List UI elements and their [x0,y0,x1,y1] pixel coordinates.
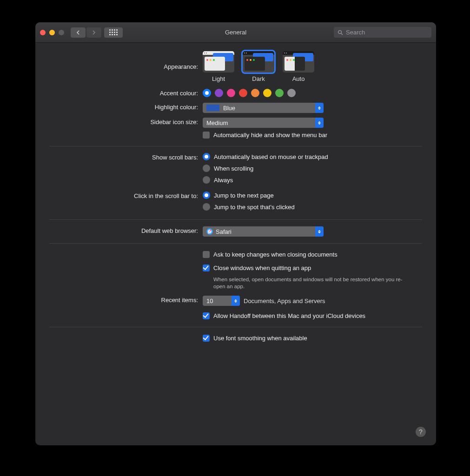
appearance-auto[interactable]: Auto [283,51,314,82]
accent-blue[interactable] [203,89,211,97]
help-button[interactable]: ? [416,427,426,437]
auto-hide-menubar-label: Automatically hide and show the menu bar [213,131,327,139]
appearance-options: Light Dark Auto [203,51,422,82]
click-scroll-spot-label: Jump to the spot that's clicked [214,204,295,211]
select-arrows-icon [315,103,324,113]
safari-icon [206,228,213,235]
forward-button [86,27,101,38]
svg-line-1 [341,33,343,35]
appearance-auto-thumb [283,51,314,73]
sidebar-icon-value: Medium [206,119,228,126]
scrollbars-auto-label: Automatically based on mouse or trackpad [214,153,328,160]
chevron-left-icon [76,30,80,35]
scrollbars-when-scrolling-label: When scrolling [214,165,253,172]
separator [49,327,422,327]
click-scroll-next-page[interactable]: Jump to the next page [203,192,422,199]
accent-orange[interactable] [251,89,259,97]
nav-buttons [71,27,101,38]
select-arrows-icon [232,296,240,306]
accent-yellow[interactable] [263,89,271,97]
browser-value: Safari [216,228,232,235]
checkbox-icon [203,264,210,271]
grid-icon [109,29,118,35]
show-all-button[interactable] [104,27,123,38]
accent-red[interactable] [239,89,247,97]
appearance-light[interactable]: Light [203,51,234,82]
select-arrows-icon [315,118,324,128]
checkbox-icon [203,251,210,258]
click-scroll-label: Click in the scroll bar to: [49,192,203,201]
radio-icon [203,192,210,199]
traffic-lights [40,30,64,35]
chevron-right-icon [92,30,96,35]
click-scroll-next-page-label: Jump to the next page [214,192,274,199]
checkbox-icon [203,132,210,139]
font-smoothing-checkbox[interactable]: Use font smoothing when available [203,334,422,343]
separator [49,243,422,244]
radio-icon [203,165,210,172]
highlight-value: Blue [223,105,235,112]
click-scroll-spot[interactable]: Jump to the spot that's clicked [203,203,422,211]
scrollbars-when-scrolling[interactable]: When scrolling [203,165,422,172]
close-windows-hint: When selected, open documents and window… [213,276,409,290]
checkbox-icon [203,312,210,319]
highlight-swatch-icon [206,105,219,111]
checkbox-icon [203,335,210,342]
select-arrows-icon [315,226,324,237]
ask-changes-label: Ask to keep changes when closing documen… [213,250,338,259]
separator [49,146,422,146]
handoff-label: Allow Handoff between this Mac and your … [213,311,365,320]
highlight-select[interactable]: Blue [203,103,324,113]
separator [49,219,422,220]
ask-changes-checkbox[interactable]: Ask to keep changes when closing documen… [203,250,422,259]
accent-swatches [203,89,422,97]
radio-icon [203,203,210,211]
close-windows-checkbox[interactable]: Close windows when quitting an app [203,264,422,272]
appearance-dark-label: Dark [252,75,265,82]
appearance-label: Appearance: [49,51,203,72]
radio-icon [203,153,210,160]
appearance-dark[interactable]: Dark [243,51,274,82]
preferences-window: General Search Appearance: Light [35,22,436,445]
search-field[interactable]: Search [334,27,431,38]
recent-suffix: Documents, Apps and Servers [244,298,325,304]
font-smoothing-label: Use font smoothing when available [213,334,307,343]
search-placeholder: Search [346,29,365,36]
scrollbars-auto[interactable]: Automatically based on mouse or trackpad [203,153,422,160]
accent-green[interactable] [275,89,284,97]
search-icon [338,30,343,35]
svg-point-0 [338,30,342,33]
zoom-window-button [59,30,64,35]
scrollbars-always[interactable]: Always [203,176,422,184]
recent-value: 10 [206,298,213,304]
content: Appearance: Light Dark [35,43,436,355]
accent-purple[interactable] [215,89,223,97]
close-window-button[interactable] [40,30,46,35]
scrollbars-always-label: Always [214,177,233,184]
appearance-light-thumb [203,51,234,73]
sidebar-icon-select[interactable]: Medium [203,118,324,128]
auto-hide-menubar-checkbox[interactable]: Automatically hide and show the menu bar [203,131,422,139]
accent-label: Accent colour: [49,89,203,98]
radio-icon [203,176,210,184]
scrollbars-label: Show scroll bars: [49,153,203,162]
browser-select[interactable]: Safari [203,226,324,237]
appearance-auto-label: Auto [292,75,305,82]
appearance-light-label: Light [212,75,225,82]
accent-graphite[interactable] [287,89,296,97]
recent-select[interactable]: 10 [203,296,240,306]
highlight-label: Highlight colour: [49,103,203,112]
handoff-checkbox[interactable]: Allow Handoff between this Mac and your … [203,311,422,320]
back-button[interactable] [71,27,86,38]
recent-label: Recent items: [49,296,203,305]
titlebar: General Search [35,22,436,43]
minimize-window-button[interactable] [49,30,55,35]
browser-label: Default web browser: [49,226,203,236]
appearance-dark-thumb [243,51,274,73]
close-windows-label: Close windows when quitting an app [213,264,311,272]
accent-pink[interactable] [227,89,235,97]
sidebar-icon-label: Sidebar icon size: [49,118,203,127]
